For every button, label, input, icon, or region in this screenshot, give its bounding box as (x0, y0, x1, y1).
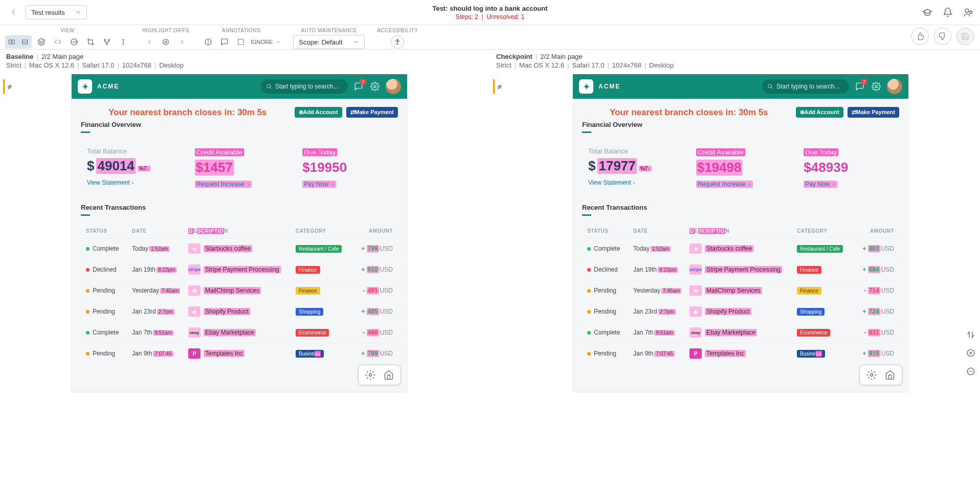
chevron-down-icon (75, 9, 81, 15)
view-statement-link[interactable]: View Statement› (588, 179, 678, 186)
float-toolbar (358, 365, 401, 385)
checkpoint-label: Checkpoint (496, 53, 532, 60)
checkpoint-meta: Checkpoint|2/2 Main page Strict|Mac OS X… (490, 50, 980, 74)
home-icon[interactable] (382, 368, 395, 382)
bell-icon[interactable] (942, 7, 953, 18)
acme-brand: ACME (97, 83, 119, 90)
gear-icon[interactable] (369, 81, 381, 92)
acme-logo: ✦ (579, 79, 593, 94)
view-statement-link[interactable]: View Statement› (87, 179, 176, 186)
zoom-in-icon[interactable] (964, 346, 978, 360)
results-dropdown[interactable]: Test results (26, 5, 87, 19)
add-account-button[interactable]: ⊕Add Account (295, 107, 342, 118)
group-highlight-label: HIGHLIGHT DIFFS (142, 28, 189, 33)
add-account-button[interactable]: ⊕Add Account (796, 107, 843, 118)
recent-title: Recent Transactions (81, 204, 398, 211)
side-tools (964, 327, 978, 379)
acme-brand: ACME (598, 83, 620, 90)
total-balance-label: Total Balance (87, 147, 176, 155)
diff-next[interactable] (175, 35, 189, 49)
baseline-pane: ≠ ✦ ACME Start typing to search... 7 You… (0, 74, 490, 402)
due-today-label: Due Today (804, 148, 838, 156)
ann-region[interactable] (234, 35, 248, 49)
acme-navbar: ✦ ACME Start typing to search... 7 (72, 74, 407, 99)
view-code[interactable] (51, 35, 64, 49)
acme-navbar: ✦ ACME Start typing to search... 7 (573, 74, 908, 99)
gear-icon[interactable] (865, 368, 878, 382)
group-view-label: VIEW (60, 28, 74, 33)
make-payment-button[interactable]: ⇄Make Payment (346, 107, 398, 118)
steps-count: Steps: 2 (456, 13, 478, 20)
request-increase-link[interactable]: Request Increase› (696, 181, 753, 188)
diff-prev[interactable] (143, 35, 156, 49)
table-row: Complete Today1:52am ★Starbucks coffee R… (582, 238, 899, 259)
ignore-label: IGNORE (251, 39, 273, 45)
avatar[interactable] (386, 79, 401, 94)
table-row: Pending Jan 9th7:07:45 PTemplates Inc Bu… (582, 343, 899, 364)
view-crop[interactable] (84, 35, 97, 49)
chevron-down-icon[interactable] (276, 39, 281, 45)
group-automaint: AUTO MAINTENANCE Scope: Default (293, 28, 365, 49)
learn-icon[interactable] (922, 7, 933, 18)
messages-icon[interactable]: 7 (353, 81, 364, 92)
thumbs-up-button[interactable] (911, 28, 929, 45)
view-overlay[interactable] (18, 35, 32, 49)
scope-dropdown[interactable]: Scope: Default (293, 35, 365, 49)
svg-point-29 (871, 374, 873, 376)
group-annotations: ANNOTATIONS IGNORE (202, 28, 281, 49)
gear-icon[interactable] (364, 368, 377, 382)
svg-point-0 (965, 9, 969, 12)
table-row: Pending Jan 9th7:07:45 PTemplates Inc Bu… (81, 343, 398, 364)
accessibility-button[interactable] (391, 35, 404, 49)
svg-point-21 (397, 39, 398, 40)
table-row: Declined Jan 19th8:22pm stripeStripe Pay… (81, 259, 398, 280)
view-side-by-side[interactable] (5, 35, 18, 49)
resize-handle-icon[interactable] (964, 327, 978, 342)
view-layers[interactable] (35, 35, 48, 49)
back-button[interactable] (6, 5, 20, 19)
overview-title: Financial Overview (582, 121, 899, 128)
overview-title: Financial Overview (81, 121, 398, 128)
test-title-block: Test: should log into a bank account Ste… (432, 5, 547, 20)
zoom-out-icon[interactable] (964, 364, 978, 379)
group-highlight: HIGHLIGHT DIFFS (142, 28, 189, 49)
view-tree[interactable] (100, 35, 114, 49)
home-icon[interactable] (883, 368, 897, 382)
svg-point-25 (369, 374, 372, 376)
svg-point-12 (123, 39, 124, 40)
branch-banner: Your nearest branch closes in: 30m 5s (582, 107, 796, 118)
messages-icon[interactable]: 7 (854, 81, 865, 92)
svg-line-27 (771, 87, 773, 89)
svg-rect-2 (9, 40, 11, 44)
group-accessibility: ACCESSIBILITY (377, 28, 418, 49)
chevron-down-icon (353, 39, 359, 45)
view-more[interactable] (117, 35, 130, 49)
ann-comment[interactable] (218, 35, 231, 49)
gear-icon[interactable] (871, 81, 882, 92)
float-toolbar (859, 365, 902, 385)
svg-point-15 (163, 39, 169, 45)
table-row: Pending Jan 23rd2:7pm ◆Shopify Product S… (81, 301, 398, 322)
avatar[interactable] (887, 79, 902, 94)
baseline-meta: Baseline|2/2 Main page Strict|Mac OS X 1… (0, 50, 490, 74)
view-ab[interactable]: A/B (68, 35, 81, 49)
svg-text:A/B: A/B (73, 40, 77, 43)
table-row: Complete Jan 7th9:51am ebayEbay Marketpl… (582, 322, 899, 343)
search-icon (266, 83, 272, 90)
unresolved-count: Unresolved: 1 (486, 13, 524, 20)
search-input[interactable]: Start typing to search... (762, 79, 849, 94)
not-equal-badge: ≠ (3, 79, 14, 94)
request-increase-link[interactable]: Request Increase› (195, 181, 252, 188)
pay-now-link[interactable]: Pay Now› (804, 181, 837, 188)
due-today-label: Due Today (302, 148, 337, 156)
svg-rect-20 (238, 39, 244, 45)
group-automaint-label: AUTO MAINTENANCE (301, 28, 358, 33)
make-payment-button[interactable]: ⇄Make Payment (848, 107, 899, 118)
user-icon[interactable] (963, 7, 974, 18)
credit-available-label: Credit Available (696, 148, 745, 156)
ann-issue[interactable] (202, 35, 215, 49)
thumbs-down-button[interactable] (934, 28, 951, 45)
pay-now-link[interactable]: Pay Now› (302, 181, 336, 188)
search-input[interactable]: Start typing to search... (261, 79, 348, 94)
diff-target[interactable] (159, 35, 172, 49)
